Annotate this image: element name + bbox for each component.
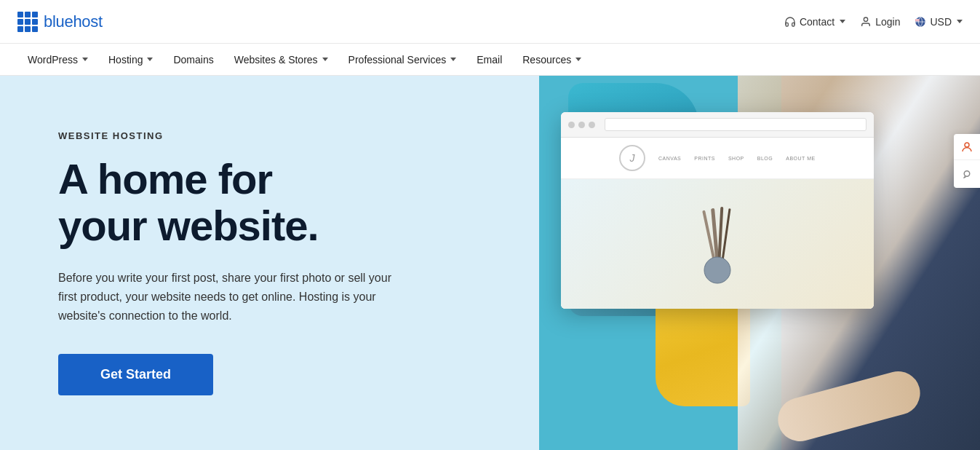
logo-text: bluehost [44,12,103,31]
hero-eyebrow: WEBSITE HOSTING [58,130,495,141]
svg-point-9 [704,257,730,283]
nav-item-domains[interactable]: Domains [163,44,223,76]
mockup-title-bar [561,112,874,138]
main-nav: WordPress Hosting Domains Websites & Sto… [0,44,980,76]
nav-wordpress-chevron-icon [82,58,88,61]
contact-chevron-icon [840,20,845,23]
svg-rect-3 [916,19,920,20]
side-person-icon [960,141,973,154]
nav-professional-chevron-icon [450,58,456,61]
svg-rect-4 [916,20,920,21]
mockup-nav-about: ABOUT ME [786,156,815,161]
get-started-button[interactable]: Get Started [58,354,213,395]
mockup-nav-shop: SHOP [728,156,744,161]
nav-wordpress-label: WordPress [28,54,78,66]
currency-chevron-icon [957,20,963,23]
top-right-actions: Contact Login USD [784,16,963,28]
flag-icon [915,16,926,28]
nav-item-websites[interactable]: Websites & Stores [224,44,338,76]
login-button[interactable]: Login [860,16,900,28]
nav-hosting-chevron-icon [147,58,153,61]
side-icon-person-button[interactable] [954,134,980,160]
nav-item-professional[interactable]: Professional Services [338,44,467,76]
hero-image-area: J CANVAS PRINTS SHOP BLOG ABOUT ME [539,76,980,450]
nav-websites-label: Websites & Stores [234,54,318,66]
brushes-icon [688,201,746,288]
currency-selector[interactable]: USD [915,16,963,28]
mockup-dot-1 [568,122,575,128]
nav-item-hosting[interactable]: Hosting [98,44,163,76]
mockup-nav-canvas: CANVAS [658,156,681,161]
mockup-nav-prints: PRINTS [694,156,715,161]
website-mockup: J CANVAS PRINTS SHOP BLOG ABOUT ME [561,112,874,309]
hero-section: WEBSITE HOSTING A home for your website.… [0,76,980,450]
mockup-url-bar [605,118,867,131]
nav-resources-chevron-icon [575,58,581,61]
contact-label: Contact [800,16,834,28]
mockup-dot-3 [589,122,595,128]
nav-websites-chevron-icon [322,58,328,61]
side-icons-panel [954,134,980,188]
hero-title-line1: A home for [58,155,272,202]
nav-item-wordpress[interactable]: WordPress [17,44,98,76]
top-bar: bluehost Contact Login [0,0,980,44]
nav-resources-label: Resources [522,54,571,66]
nav-email-label: Email [477,54,502,66]
svg-point-10 [965,143,969,147]
hero-description: Before you write your first post, share … [58,269,407,325]
user-icon [860,16,872,28]
side-chat-icon [960,168,973,181]
mockup-body: J CANVAS PRINTS SHOP BLOG ABOUT ME [561,138,874,309]
login-label: Login [875,16,900,28]
mockup-nav: J CANVAS PRINTS SHOP BLOG ABOUT ME [561,138,874,179]
nav-hosting-label: Hosting [108,54,143,66]
mockup-site-logo: J [619,145,645,171]
logo[interactable]: bluehost [17,12,103,32]
svg-point-0 [864,17,868,21]
nav-professional-label: Professional Services [348,54,447,66]
nav-item-email[interactable]: Email [466,44,512,76]
nav-item-resources[interactable]: Resources [512,44,591,76]
hero-content: WEBSITE HOSTING A home for your website.… [0,76,539,450]
svg-point-11 [964,171,970,177]
logo-grid-icon [17,12,38,32]
hero-title-line2: your website. [58,202,319,249]
hero-title: A home for your website. [58,156,495,249]
contact-button[interactable]: Contact [784,16,845,28]
mockup-nav-blog: BLOG [757,156,773,161]
currency-label: USD [930,16,952,28]
nav-domains-label: Domains [173,54,213,66]
mockup-dot-2 [578,122,585,128]
mockup-content-area [561,179,874,309]
side-icon-chat-button[interactable] [954,162,980,188]
headset-icon [784,16,796,28]
